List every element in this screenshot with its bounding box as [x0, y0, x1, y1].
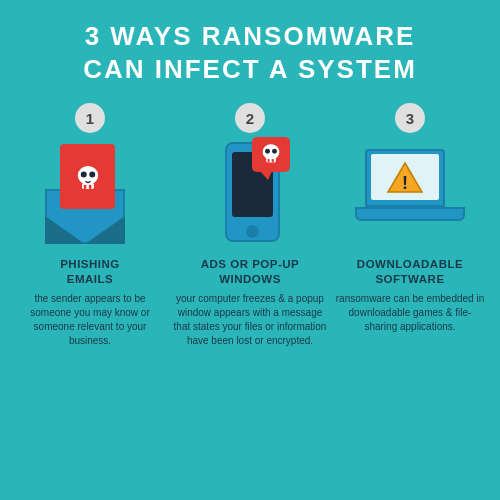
card-phishing: 1	[13, 103, 168, 490]
card-popup: 2	[173, 103, 328, 490]
svg-point-10	[265, 148, 270, 153]
card-number-3: 3	[395, 103, 425, 133]
svg-point-0	[77, 165, 97, 184]
skull-svg-2	[257, 140, 285, 168]
svg-point-6	[263, 144, 280, 159]
card-number-2: 2	[235, 103, 265, 133]
svg-rect-9	[272, 158, 274, 162]
svg-rect-2	[83, 184, 86, 188]
skull-card-email	[60, 144, 115, 209]
download-icon-area: !	[350, 139, 470, 249]
card-title-1: PHISHINGEMAILS	[60, 257, 120, 287]
speech-bubble-icon	[252, 137, 290, 172]
card-text-3: ransomware can be embedded in downloadab…	[333, 292, 488, 334]
card-title-3: DOWNLOADABLESOFTWARE	[357, 257, 463, 287]
svg-point-4	[80, 171, 86, 177]
phone-icon	[210, 142, 290, 247]
svg-rect-3	[88, 184, 91, 188]
svg-rect-8	[268, 158, 270, 162]
svg-point-5	[89, 171, 95, 177]
cards-row: 1	[10, 103, 490, 490]
laptop-icon: !	[355, 149, 465, 239]
card-text-2: your computer freezes & a popup window a…	[173, 292, 328, 348]
email-icon	[35, 144, 145, 244]
card-text-1: the sender appears to be someone you may…	[13, 292, 168, 348]
page-container: 3 WAYS RANSOMWARECAN INFECT A SYSTEM 1	[0, 0, 500, 500]
warning-triangle-icon: !	[386, 161, 424, 194]
card-download: 3 ! DOWNLOADABLESOFTWARE	[333, 103, 488, 490]
phishing-icon-area	[30, 139, 150, 249]
warning-svg: !	[386, 161, 424, 194]
card-number-1: 1	[75, 103, 105, 133]
card-title-2: ADS OR POP-UPWINDOWS	[201, 257, 300, 287]
page-title: 3 WAYS RANSOMWARECAN INFECT A SYSTEM	[83, 20, 417, 85]
svg-text:!: !	[402, 173, 408, 193]
popup-icon-area	[190, 139, 310, 249]
svg-point-11	[272, 148, 277, 153]
skull-svg-1	[71, 160, 105, 194]
